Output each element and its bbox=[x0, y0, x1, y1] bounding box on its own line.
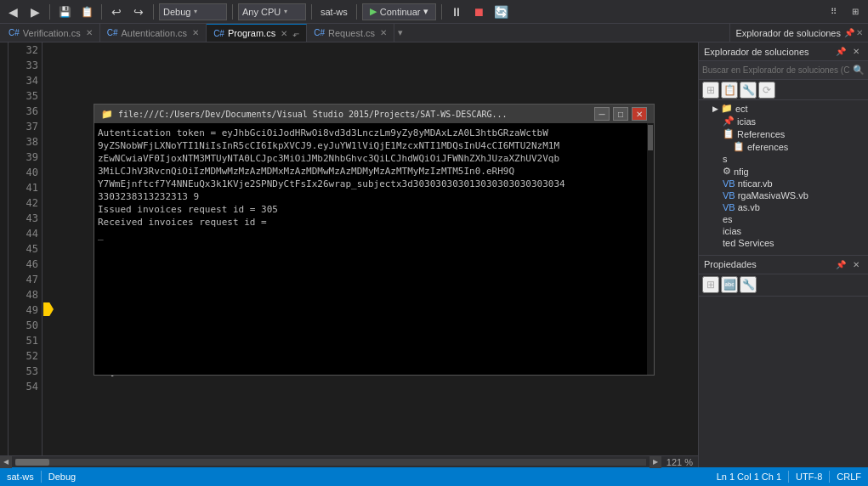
nav-back-button[interactable]: ◀ bbox=[3, 3, 22, 21]
debug-dropdown[interactable]: Debug ▾ bbox=[159, 3, 227, 20]
tab-request-close[interactable]: ✕ bbox=[380, 28, 387, 37]
tree-item-carga[interactable]: VB rgaMasivaWS.vb bbox=[699, 189, 868, 201]
sol-close-button[interactable]: ✕ bbox=[849, 45, 863, 59]
status-sep-2 bbox=[788, 471, 789, 483]
line-numbers: 3233343536 3738394041 4243444546 4748495… bbox=[9, 42, 43, 455]
tree-item-project[interactable]: ▶ 📁 ect bbox=[699, 102, 868, 115]
tab-autentication-label: Autentication.cs bbox=[121, 28, 187, 38]
solution-search-input[interactable] bbox=[702, 65, 849, 75]
tree-project-icon: 📁 bbox=[721, 103, 733, 114]
separator-3 bbox=[153, 4, 154, 20]
pause-button[interactable]: ⏸ bbox=[447, 3, 466, 21]
stop-button[interactable]: ⏹ bbox=[469, 3, 488, 21]
console-minimize-button[interactable]: ─ bbox=[594, 107, 610, 121]
restart-button[interactable]: 🔄 bbox=[491, 3, 510, 21]
scroll-right-button[interactable]: ▶ bbox=[650, 456, 661, 468]
sol-tool-4[interactable]: ⟳ bbox=[758, 82, 775, 99]
console-cursor: _ bbox=[98, 229, 104, 240]
tree-item-ref3[interactable]: 📋 eferences bbox=[699, 140, 868, 153]
zoom-level: 121 % bbox=[661, 457, 698, 467]
tab-verification-close[interactable]: ✕ bbox=[86, 28, 93, 37]
solution-explorer-controls: 📌 ✕ bbox=[834, 45, 863, 59]
console-body-wrap: Autentication token = eyJhbGciOiJodHRwOi… bbox=[94, 123, 654, 375]
debug-label: Debug bbox=[163, 7, 190, 17]
tree-item-ted[interactable]: ted Services bbox=[699, 237, 868, 249]
save-all-button[interactable]: 📋 bbox=[77, 3, 96, 21]
tree-as-label: as.vb bbox=[738, 202, 760, 212]
tab-autentication-close[interactable]: ✕ bbox=[192, 28, 199, 37]
continue-arrow-icon: ▾ bbox=[423, 6, 428, 17]
separator-4 bbox=[232, 4, 233, 20]
tools-button[interactable]: ⠿ bbox=[824, 3, 842, 21]
console-scrollbar[interactable] bbox=[647, 123, 654, 375]
tree-item-es[interactable]: es bbox=[699, 213, 868, 225]
cpu-label: Any CPU bbox=[242, 7, 281, 17]
tree-item-ref2[interactable]: 📋 References bbox=[699, 127, 868, 140]
tab-request[interactable]: C# Request.cs ✕ bbox=[307, 24, 394, 42]
nav-forward-button[interactable]: ▶ bbox=[26, 3, 44, 21]
props-pin-button[interactable]: 📌 bbox=[834, 257, 848, 271]
scroll-thumb bbox=[15, 459, 49, 466]
sol-tool-3[interactable]: 🔧 bbox=[740, 82, 757, 99]
tree-item-as[interactable]: VB as.vb bbox=[699, 201, 868, 213]
props-pages-button[interactable]: 🔧 bbox=[740, 276, 757, 293]
console-titlebar: 📁 file:///C:/Users/Dev/Documents/Visual … bbox=[94, 105, 654, 123]
tree-item-icias[interactable]: icias bbox=[699, 225, 868, 237]
status-sep-3 bbox=[829, 471, 830, 483]
tree-ref-label: icias bbox=[737, 116, 756, 127]
console-close-button[interactable]: ✕ bbox=[632, 107, 647, 121]
props-alpha-button[interactable]: 🔤 bbox=[721, 276, 738, 293]
separator-5 bbox=[311, 4, 312, 20]
sol-tab-close-icon[interactable]: ✕ bbox=[856, 28, 863, 37]
props-categorized-button[interactable]: ⊞ bbox=[702, 276, 719, 293]
cpu-dropdown[interactable]: Any CPU ▾ bbox=[238, 3, 306, 20]
tab-program-icon: C# bbox=[213, 29, 224, 38]
props-close-button[interactable]: ✕ bbox=[849, 257, 863, 271]
tree-arrow-icon: ▶ bbox=[712, 105, 718, 113]
tab-verification[interactable]: C# Verification.cs ✕ bbox=[2, 24, 100, 42]
console-line-4: 3MiLCJhV3RvcnQiOiIzMDMwMzMzAzMDMxMzAzMDM… bbox=[98, 165, 644, 178]
sol-tool-2[interactable]: 📋 bbox=[721, 82, 738, 99]
tab-scroll-button[interactable]: ▾ bbox=[394, 24, 406, 42]
sol-pin-button[interactable]: 📌 bbox=[834, 45, 848, 59]
scroll-left-button[interactable]: ◀ bbox=[0, 456, 12, 468]
tree-config-label: nfig bbox=[734, 167, 749, 177]
right-panels: Explorador de soluciones 📌 ✕ 🔍 ⊞ 📋 🔧 ⟳ bbox=[698, 42, 868, 467]
tree-carga-label: rgaMasivaWS.vb bbox=[738, 190, 808, 201]
tree-ref2-icon: 📋 bbox=[723, 128, 735, 139]
undo-button[interactable]: ↩ bbox=[107, 3, 126, 21]
tab-program-pin[interactable]: ⬐ bbox=[292, 29, 299, 38]
tree-ref-icon: 📌 bbox=[723, 116, 735, 127]
tree-item-references[interactable]: 📌 icias bbox=[699, 115, 868, 127]
continue-icon: ▶ bbox=[370, 6, 377, 17]
tab-autentication[interactable]: C# Autentication.cs ✕ bbox=[100, 24, 207, 42]
console-maximize-button[interactable]: □ bbox=[613, 107, 628, 121]
tree-item-config[interactable]: ⚙ nfig bbox=[699, 165, 868, 178]
tree-item-s[interactable]: s bbox=[699, 153, 868, 165]
tree-item-auth[interactable]: VB nticar.vb bbox=[699, 178, 868, 189]
debug-arrow-icon: ▾ bbox=[194, 8, 197, 15]
sol-tab-pin-icon[interactable]: 📌 bbox=[844, 28, 854, 37]
encoding-status: UTF-8 bbox=[796, 472, 822, 482]
tab-autentication-icon: C# bbox=[107, 28, 118, 37]
workspace-status: sat-ws bbox=[7, 472, 34, 482]
console-body[interactable]: Autentication token = eyJhbGciOiJodHRwOi… bbox=[94, 123, 647, 375]
tab-program[interactable]: C# Program.cs ✕ ⬐ bbox=[207, 24, 307, 42]
tree-auth-label: nticar.vb bbox=[738, 178, 773, 189]
redo-button[interactable]: ↪ bbox=[129, 3, 148, 21]
separator-7 bbox=[441, 4, 442, 20]
options-button[interactable]: ⊞ bbox=[846, 3, 865, 21]
console-line-6: 3303238313232313 9 bbox=[98, 190, 644, 203]
solution-explorer-header: Explorador de soluciones 📌 ✕ bbox=[699, 42, 868, 61]
h-scrollbar[interactable]: ◀ ▶ 121 % bbox=[0, 455, 698, 467]
status-bar: sat-ws Debug Ln 1 Col 1 Ch 1 UTF-8 CRLF bbox=[0, 467, 868, 486]
tab-verification-label: Verification.cs bbox=[23, 28, 81, 38]
tab-bar: C# Verification.cs ✕ C# Autentication.cs… bbox=[0, 24, 868, 42]
continue-button[interactable]: ▶ Continuar ▾ bbox=[362, 3, 437, 20]
save-button[interactable]: 💾 bbox=[55, 3, 74, 21]
tab-request-icon: C# bbox=[314, 28, 325, 37]
tab-program-close[interactable]: ✕ bbox=[281, 29, 287, 38]
search-icon: 🔍 bbox=[853, 65, 865, 76]
tree-ref2-label: References bbox=[737, 129, 785, 139]
sol-tool-1[interactable]: ⊞ bbox=[702, 82, 719, 99]
